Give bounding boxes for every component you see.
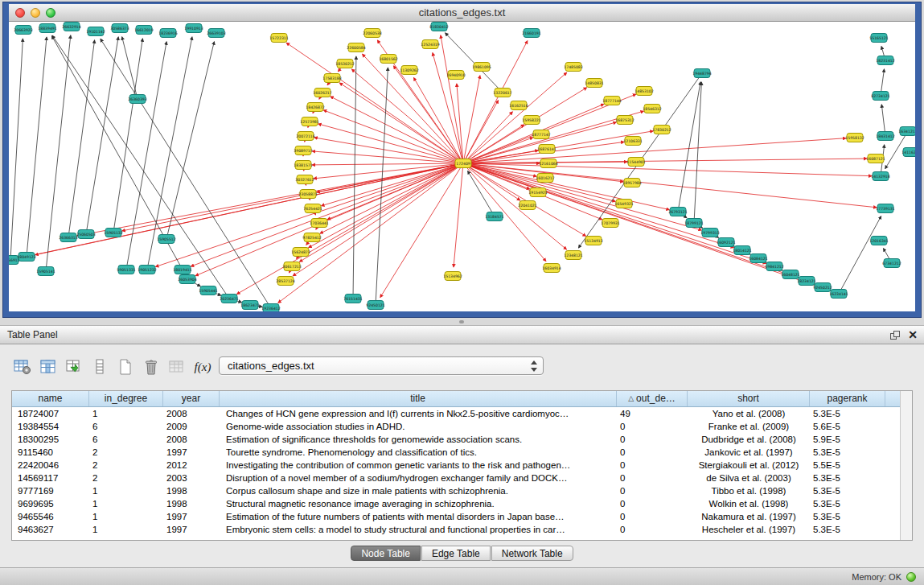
graph-node[interactable]: 18019411 (173, 266, 191, 274)
graph-node[interactable]: 12106331 (623, 137, 642, 146)
graph-node[interactable]: 16087121 (866, 154, 885, 163)
graph-node[interactable]: 30327612 (295, 175, 314, 184)
graph-node[interactable]: 17036441 (310, 219, 328, 228)
graph-node[interactable]: 19910913 (184, 24, 203, 33)
graph-node[interactable]: 16612019 (134, 26, 153, 35)
graph-node[interactable]: 25060503 (76, 230, 95, 239)
graph-node[interactable]: 17583188 (322, 74, 341, 83)
graph-node[interactable]: 17485083 (564, 63, 582, 72)
table-row[interactable]: 1872400712008Changes of HCN gene express… (12, 407, 900, 420)
memory-status-icon[interactable] (906, 572, 916, 582)
table-row[interactable]: 946362711997Embryonic stem cells: a mode… (12, 523, 900, 536)
graph-node[interactable]: 172409 (455, 159, 471, 168)
import-table-icon[interactable] (63, 356, 85, 377)
graph-node[interactable]: 18381571 (294, 161, 312, 170)
graph-node[interactable]: 22041021 (518, 201, 536, 210)
graph-node[interactable]: 18799121 (684, 219, 703, 228)
graph-node[interactable]: 26793121 (668, 208, 687, 216)
graph-node[interactable]: 17830212 (652, 126, 671, 134)
graph-node[interactable]: 19154921 (528, 188, 547, 197)
float-panel-icon[interactable] (890, 331, 900, 340)
graph-node[interactable]: 12348121 (564, 251, 582, 260)
table-row[interactable]: 2242004622012Investigating the contribut… (12, 459, 900, 472)
graph-node[interactable]: 15134962 (443, 272, 462, 281)
graph-node[interactable]: 15134913 (584, 237, 602, 245)
graph-node[interactable]: 76151431 (343, 295, 362, 303)
graph-node[interactable]: 19236412 (261, 304, 280, 312)
graph-node[interactable]: 12573981 (300, 117, 318, 126)
close-window-button[interactable] (15, 8, 25, 18)
graph-node[interactable]: 16875312 (615, 116, 634, 125)
graph-node[interactable]: 76254421 (303, 204, 322, 213)
graph-node[interactable]: 13184571 (485, 212, 503, 221)
panel-splitter-handle[interactable] (459, 320, 464, 323)
graph-node[interactable]: 12161064 (539, 159, 557, 168)
graph-node[interactable]: 20663923 (14, 26, 32, 35)
graph-node[interactable]: 23058871 (298, 190, 317, 199)
graph-node[interactable]: 14853102 (634, 87, 653, 96)
graph-node[interactable]: 18839491 (38, 24, 56, 33)
table-row[interactable]: 977716911998Corpus callosum shape and si… (12, 484, 900, 497)
graph-node[interactable]: 21660191 (522, 29, 540, 38)
graph-node[interactable]: 26639103 (207, 29, 225, 38)
table-gear-icon[interactable] (11, 356, 34, 377)
graph-node[interactable]: 15905141 (36, 267, 55, 276)
graph-node[interactable]: 17739131 (876, 204, 894, 213)
zoom-window-button[interactable] (46, 8, 55, 18)
graph-node[interactable]: 15905132 (104, 229, 122, 237)
column-header-indegree[interactable]: in_degree (89, 391, 163, 406)
graph-node[interactable]: 15624873 (291, 248, 310, 257)
graph-node[interactable]: 81830412 (429, 23, 448, 31)
graph-node[interactable]: 18623471 (240, 301, 259, 310)
column-header-title[interactable]: title (220, 391, 617, 406)
table-row[interactable]: 1830029562008Estimation of significance … (12, 433, 900, 446)
tab-node-table[interactable]: Node Table (351, 546, 421, 561)
graph-node[interactable]: 19799313 (700, 229, 719, 237)
graph-node[interactable]: 19861095 (472, 63, 491, 72)
graph-node[interactable]: 16016217 (536, 174, 554, 183)
tab-network-table[interactable]: Network Table (491, 546, 573, 561)
graph-node[interactable]: 12524319 (421, 40, 439, 49)
network-select-dropdown[interactable]: citations_edges.txt (219, 356, 544, 375)
graph-node[interactable]: 19101142 (86, 27, 105, 36)
graph-node[interactable]: 11544901 (626, 158, 645, 167)
graph-node[interactable]: 59051331 (117, 266, 135, 274)
column-header-name[interactable]: name (12, 391, 89, 406)
graph-node[interactable]: 13220617 (493, 89, 511, 97)
graph-node[interactable]: 15722311 (269, 34, 288, 43)
graph-node[interactable]: 16048121 (781, 270, 799, 279)
graph-node[interactable]: 16026217 (313, 89, 331, 97)
vertical-scrollbar[interactable] (900, 391, 912, 540)
graph-node[interactable]: 16801562 (379, 55, 397, 64)
graph-node[interactable]: 19051232 (138, 266, 156, 274)
graph-node[interactable]: 11309262 (400, 66, 418, 75)
graph-node[interactable]: 18236916 (158, 29, 177, 38)
column-header-outde[interactable]: △out_de… (617, 391, 688, 406)
network-canvas[interactable]: 1724091853021217583188160262171842687212… (9, 22, 915, 311)
graph-node[interactable]: 28537124 (276, 277, 294, 286)
graph-node[interactable]: 16162516 (509, 101, 528, 110)
table-row[interactable]: 1456911722003Disruption of a novel membe… (12, 472, 900, 484)
network-view-canvas[interactable]: 1724091853021217583188160262171842687212… (9, 22, 915, 311)
graph-node[interactable]: 30586373 (110, 24, 129, 33)
graph-node[interactable]: 16034914 (542, 264, 561, 273)
graph-node[interactable]: 92450212 (813, 283, 832, 292)
table-row[interactable]: 969969511998Structural magnetic resonanc… (12, 497, 900, 510)
table-row[interactable]: 911546021997Tourette syndrome. Phenomeno… (12, 446, 900, 459)
column-header-year[interactable]: year (163, 391, 220, 406)
graph-node[interactable]: 26366313 (59, 233, 77, 242)
tab-edge-table[interactable]: Edge Table (421, 546, 491, 561)
new-column-icon[interactable] (114, 356, 137, 377)
graph-node[interactable]: 67341212 (882, 259, 901, 268)
graph-node[interactable]: 22600584 (347, 43, 365, 52)
graph-node[interactable]: 18426872 (306, 103, 324, 112)
graph-node[interactable]: 18234121 (797, 277, 815, 286)
close-panel-icon[interactable]: ✕ (908, 326, 918, 344)
graph-node[interactable]: 16876141 (537, 145, 556, 154)
graph-node[interactable]: 18957984 (622, 179, 641, 187)
graph-node[interactable]: 19448794 (692, 69, 711, 78)
graph-node[interactable]: 14116212 (901, 148, 915, 157)
function-builder-icon[interactable]: f(x) (191, 356, 214, 377)
graph-node[interactable]: 16341212 (898, 127, 915, 136)
graph-node[interactable]: 26053904 (178, 275, 196, 284)
